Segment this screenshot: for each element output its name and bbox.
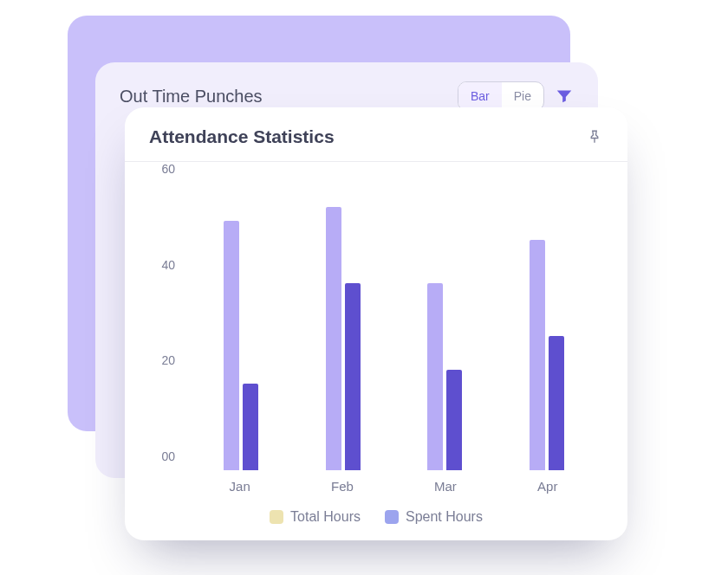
- chart: 00204060 JanFebMarApr Total Hours Spent …: [125, 162, 627, 540]
- plot-area: [184, 183, 603, 470]
- legend-swatch-total-icon: [270, 510, 283, 524]
- x-tick: Mar: [434, 479, 457, 494]
- y-tick: 00: [161, 449, 175, 463]
- mid-card-title: Out Time Punches: [120, 87, 263, 107]
- legend-item-total: Total Hours: [270, 509, 361, 525]
- pin-icon: [587, 129, 602, 145]
- plot: 00204060: [149, 183, 603, 470]
- mid-card-controls: Bar Pie: [458, 81, 574, 111]
- bar-groups: [185, 183, 603, 470]
- x-axis: JanFebMarApr: [184, 470, 603, 494]
- segment-pie[interactable]: Pie: [502, 82, 543, 110]
- bar-group: [419, 183, 471, 470]
- y-tick: 20: [161, 353, 175, 367]
- x-tick: Apr: [537, 479, 557, 494]
- bar-group: [521, 183, 573, 470]
- bar-spent: [549, 336, 564, 470]
- legend: Total Hours Spent Hours: [149, 494, 603, 525]
- x-axis-labels: JanFebMarApr: [184, 470, 603, 494]
- bar-total: [224, 221, 239, 470]
- pin-button[interactable]: [586, 128, 603, 145]
- bar-spent: [243, 384, 258, 470]
- x-tick: Feb: [331, 479, 354, 494]
- bar-total: [326, 207, 341, 470]
- y-tick: 40: [161, 258, 175, 272]
- page-title: Attendance Statistics: [149, 126, 335, 147]
- mid-card-header: Out Time Punches Bar Pie: [120, 81, 574, 111]
- bar-total: [530, 240, 545, 470]
- y-axis: 00204060: [149, 183, 184, 470]
- segment-bar[interactable]: Bar: [458, 82, 502, 110]
- y-tick: 60: [161, 162, 175, 176]
- legend-item-spent: Spent Hours: [385, 509, 483, 525]
- attendance-card-header: Attendance Statistics: [125, 107, 627, 162]
- legend-label-total: Total Hours: [290, 509, 361, 525]
- filter-icon[interactable]: [555, 87, 574, 106]
- chart-type-segmented[interactable]: Bar Pie: [458, 81, 544, 111]
- x-tick: Jan: [230, 479, 250, 494]
- attendance-card: Attendance Statistics 00204060 JanFebMar…: [125, 107, 627, 540]
- legend-label-spent: Spent Hours: [406, 509, 483, 525]
- legend-swatch-spent-icon: [385, 510, 399, 524]
- bar-group: [215, 183, 267, 470]
- bar-spent: [345, 283, 361, 470]
- bar-group: [317, 183, 369, 470]
- bar-spent: [446, 370, 462, 470]
- bar-total: [427, 283, 443, 470]
